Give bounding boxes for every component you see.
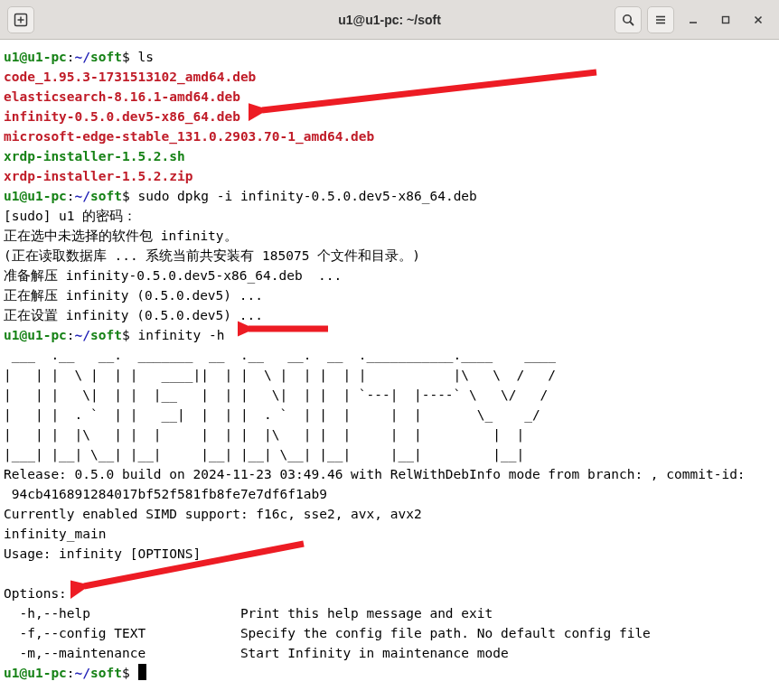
prompt-dollar: $ (122, 50, 130, 64)
prompt-colon: : (67, 50, 75, 64)
ascii-art: | | | \ | | | ____|| | | \ | | | | | |\ … (4, 365, 775, 385)
file-listing: elasticsearch-8.16.1-amd64.deb (4, 87, 775, 107)
svg-rect-9 (723, 16, 729, 23)
file-listing: code_1.95.3-1731513102_amd64.deb (4, 67, 775, 87)
menu-button[interactable] (647, 6, 674, 33)
blank-line (4, 564, 775, 583)
dpkg-output: 准备解压 infinity-0.5.0.dev5-x86_64.deb ... (4, 266, 775, 285)
prompt-tilde: ~/ (75, 50, 90, 64)
dpkg-output: (正在读取数据库 ... 系统当前共安装有 185075 个文件和目录。) (4, 246, 775, 266)
prompt-tilde: ~/ (75, 666, 90, 680)
close-button[interactable] (745, 6, 772, 33)
terminal-line: u1@u1-pc:~/soft$ (4, 663, 775, 683)
prompt-dir: soft (90, 189, 122, 203)
minimize-icon (687, 14, 699, 26)
prompt-user: u1@u1-pc (4, 50, 67, 64)
command-text: ls (137, 50, 153, 64)
prompt-colon: : (67, 189, 75, 203)
prompt-dollar: $ (122, 666, 130, 680)
prompt-dir: soft (90, 50, 122, 64)
terminal-line: u1@u1-pc:~/soft$ sudo dpkg -i infinity-0… (4, 186, 775, 206)
dpkg-output: [sudo] u1 的密码： (4, 206, 775, 226)
dpkg-output: 正在选中未选择的软件包 infinity。 (4, 226, 775, 246)
hamburger-icon (653, 13, 668, 27)
prompt-tilde: ~/ (75, 189, 90, 203)
terminal-line: u1@u1-pc:~/soft$ infinity -h (4, 325, 775, 345)
prompt-user: u1@u1-pc (4, 666, 67, 680)
titlebar-right-group (615, 6, 772, 33)
option-help: -h,--help Print this help message and ex… (4, 603, 775, 623)
maximize-button[interactable] (712, 6, 739, 33)
options-header: Options: (4, 583, 775, 603)
prompt-user: u1@u1-pc (4, 189, 67, 203)
simd-line: Currently enabled SIMD support: f16c, ss… (4, 504, 775, 524)
option-maintenance: -m,--maintenance Start Infinity in maint… (4, 643, 775, 663)
svg-line-4 (630, 22, 633, 24)
command-text: sudo dpkg -i infinity-0.5.0.dev5-x86_64.… (137, 189, 476, 203)
search-icon (621, 13, 635, 27)
minimize-button[interactable] (680, 6, 707, 33)
file-listing: microsoft-edge-stable_131.0.2903.70-1_am… (4, 126, 775, 146)
new-tab-button[interactable] (7, 6, 34, 33)
prompt-dollar: $ (122, 328, 130, 342)
maximize-icon (719, 14, 732, 26)
usage-line: Usage: infinity [OPTIONS] (4, 544, 775, 564)
release-line: Release: 0.5.0 build on 2024-11-23 03:49… (4, 464, 775, 484)
prompt-dir: soft (90, 666, 122, 680)
file-listing: xrdp-installer-1.5.2.sh (4, 146, 775, 166)
dpkg-output: 正在设置 infinity (0.5.0.dev5) ... (4, 305, 775, 325)
prompt-dir: soft (90, 328, 122, 342)
file-listing: infinity-0.5.0.dev5-x86_64.deb (4, 107, 775, 126)
prompt-colon: : (67, 328, 75, 342)
search-button[interactable] (615, 6, 642, 33)
dpkg-output: 正在解压 infinity (0.5.0.dev5) ... (4, 285, 775, 305)
commit-line: 94cb416891284017bf52f581fb8fe7e7df6f1ab9 (4, 484, 775, 504)
prompt-dollar: $ (122, 189, 130, 203)
titlebar-left-group (7, 6, 34, 33)
ascii-art: | | | |\ | | | | | | |\ | | | | | | | (4, 425, 775, 444)
file-listing: xrdp-installer-1.5.2.zip (4, 166, 775, 186)
ascii-art: |___| |__| \__| |__| |__| |__| \__| |__|… (4, 444, 775, 464)
command-text: infinity -h (137, 328, 224, 342)
terminal-line: u1@u1-pc:~/soft$ ls (4, 47, 775, 67)
window-title: u1@u1-pc: ~/soft (338, 13, 441, 27)
window-titlebar: u1@u1-pc: ~/soft (0, 0, 779, 40)
new-tab-icon (14, 13, 28, 27)
terminal-body[interactable]: u1@u1-pc:~/soft$ ls code_1.95.3-17315131… (0, 40, 779, 700)
ascii-art: ___ .__ __. _______ __ .__ __. __ ._____… (4, 345, 775, 365)
cursor (138, 664, 146, 680)
ascii-art: | | | . ` | | __| | | | . ` | | | | | \_… (4, 405, 775, 425)
option-config: -f,--config TEXT Specify the config file… (4, 623, 775, 643)
prompt-tilde: ~/ (75, 328, 90, 342)
ascii-art: | | | \| | | |__ | | | \| | | | `---| |-… (4, 385, 775, 405)
prompt-colon: : (67, 666, 75, 680)
prompt-user: u1@u1-pc (4, 328, 67, 342)
close-icon (752, 14, 765, 26)
main-line: infinity_main (4, 524, 775, 544)
